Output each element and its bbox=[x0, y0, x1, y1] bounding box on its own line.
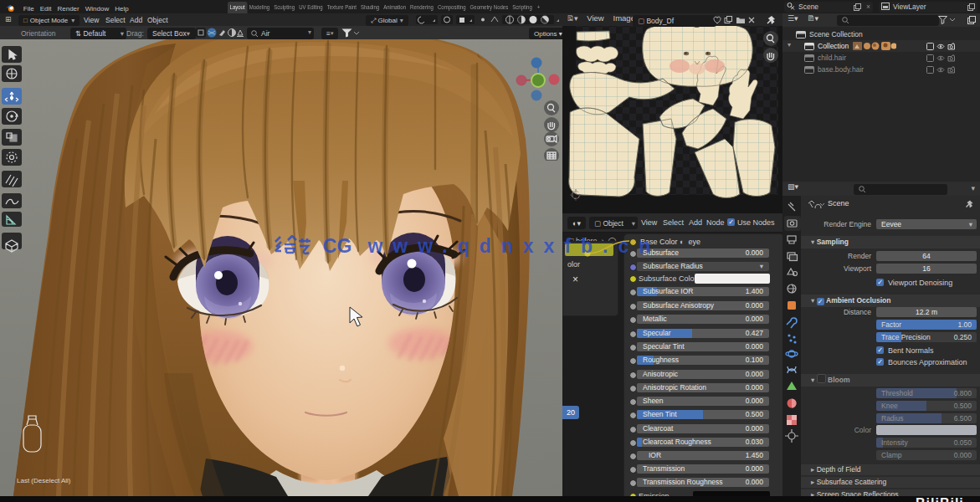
svg-text:Last (Deselect All): Last (Deselect All) bbox=[17, 477, 71, 484]
